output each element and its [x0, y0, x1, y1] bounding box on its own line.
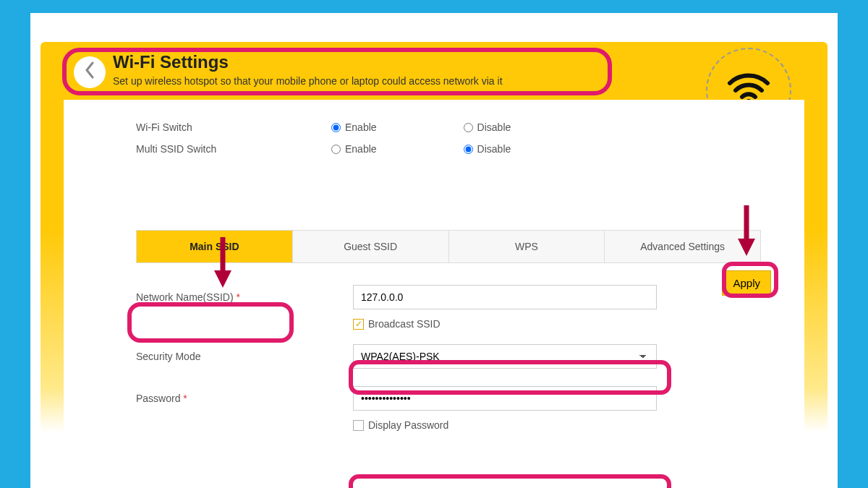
apply-button[interactable]: Apply [722, 270, 771, 296]
tab-wps[interactable]: WPS [449, 231, 605, 262]
ssid-label: Network Name(SSID) * [136, 291, 353, 303]
password-input[interactable] [353, 386, 657, 411]
security-mode-label: Security Mode [136, 351, 353, 362]
radio-input[interactable] [331, 145, 341, 154]
wifi-disable-radio[interactable]: Disable [464, 121, 511, 133]
chevron-left-icon [83, 61, 96, 85]
multi-disable-radio[interactable]: Disable [464, 143, 511, 155]
security-mode-select[interactable]: WPA2(AES)-PSK [353, 344, 657, 369]
radio-input[interactable] [331, 123, 341, 132]
broadcast-ssid-checkbox[interactable]: ✓ Broadcast SSID [353, 318, 761, 330]
checkbox-checked-icon: ✓ [353, 319, 364, 330]
content-area: Wi-Fi Switch Enable Disable Multi SSID S… [64, 100, 804, 488]
svg-marker-4 [738, 239, 755, 256]
annotation-highlight [349, 474, 671, 488]
wifi-switch-label: Wi-Fi Switch [136, 121, 331, 133]
password-label: Password * [136, 393, 353, 404]
settings-panel: Wi-Fi Settings Set up wireless hotspot s… [41, 42, 827, 488]
display-password-checkbox[interactable]: Display Password [353, 419, 761, 431]
multi-enable-radio[interactable]: Enable [331, 143, 377, 155]
radio-input[interactable] [464, 123, 473, 132]
svg-marker-2 [214, 270, 231, 288]
back-button[interactable] [74, 56, 106, 88]
checkbox-unchecked-icon [353, 420, 364, 431]
annotation-arrow-icon [733, 202, 760, 260]
ssid-input[interactable] [353, 285, 657, 309]
radio-input[interactable] [464, 145, 473, 154]
multi-ssid-label: Multi SSID Switch [136, 143, 331, 155]
wifi-enable-radio[interactable]: Enable [331, 121, 377, 133]
tab-guest-ssid[interactable]: Guest SSID [293, 231, 449, 262]
annotation-arrow-icon [210, 234, 236, 292]
